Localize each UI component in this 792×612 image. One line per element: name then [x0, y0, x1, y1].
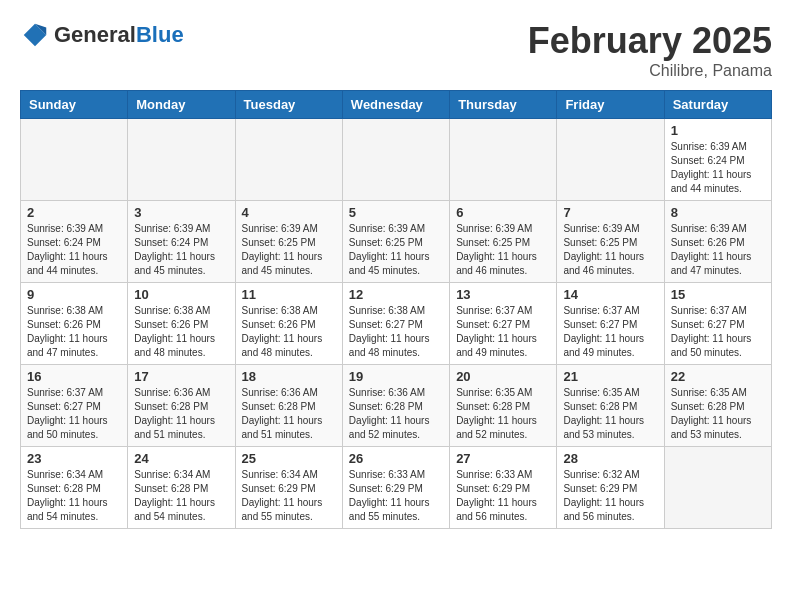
calendar-day-cell: 27Sunrise: 6:33 AM Sunset: 6:29 PM Dayli… [450, 447, 557, 529]
day-number: 22 [671, 369, 765, 384]
calendar-day-cell: 21Sunrise: 6:35 AM Sunset: 6:28 PM Dayli… [557, 365, 664, 447]
calendar-day-cell [128, 119, 235, 201]
day-info: Sunrise: 6:35 AM Sunset: 6:28 PM Dayligh… [671, 386, 765, 442]
day-info: Sunrise: 6:34 AM Sunset: 6:28 PM Dayligh… [27, 468, 121, 524]
calendar-day-cell: 7Sunrise: 6:39 AM Sunset: 6:25 PM Daylig… [557, 201, 664, 283]
calendar-week-row: 9Sunrise: 6:38 AM Sunset: 6:26 PM Daylig… [21, 283, 772, 365]
calendar-day-cell: 20Sunrise: 6:35 AM Sunset: 6:28 PM Dayli… [450, 365, 557, 447]
day-number: 1 [671, 123, 765, 138]
calendar-day-cell: 25Sunrise: 6:34 AM Sunset: 6:29 PM Dayli… [235, 447, 342, 529]
day-number: 8 [671, 205, 765, 220]
calendar-day-cell: 17Sunrise: 6:36 AM Sunset: 6:28 PM Dayli… [128, 365, 235, 447]
calendar-day-cell: 5Sunrise: 6:39 AM Sunset: 6:25 PM Daylig… [342, 201, 449, 283]
day-number: 4 [242, 205, 336, 220]
day-info: Sunrise: 6:37 AM Sunset: 6:27 PM Dayligh… [563, 304, 657, 360]
day-number: 12 [349, 287, 443, 302]
calendar-day-cell: 14Sunrise: 6:37 AM Sunset: 6:27 PM Dayli… [557, 283, 664, 365]
calendar-day-cell: 1Sunrise: 6:39 AM Sunset: 6:24 PM Daylig… [664, 119, 771, 201]
calendar-day-cell: 16Sunrise: 6:37 AM Sunset: 6:27 PM Dayli… [21, 365, 128, 447]
calendar-day-cell: 22Sunrise: 6:35 AM Sunset: 6:28 PM Dayli… [664, 365, 771, 447]
calendar-day-cell: 23Sunrise: 6:34 AM Sunset: 6:28 PM Dayli… [21, 447, 128, 529]
calendar-week-row: 2Sunrise: 6:39 AM Sunset: 6:24 PM Daylig… [21, 201, 772, 283]
day-number: 11 [242, 287, 336, 302]
day-number: 23 [27, 451, 121, 466]
day-info: Sunrise: 6:37 AM Sunset: 6:27 PM Dayligh… [456, 304, 550, 360]
day-info: Sunrise: 6:39 AM Sunset: 6:26 PM Dayligh… [671, 222, 765, 278]
day-info: Sunrise: 6:33 AM Sunset: 6:29 PM Dayligh… [456, 468, 550, 524]
calendar-day-cell: 18Sunrise: 6:36 AM Sunset: 6:28 PM Dayli… [235, 365, 342, 447]
title-section: February 2025 Chilibre, Panama [528, 20, 772, 80]
day-number: 27 [456, 451, 550, 466]
day-info: Sunrise: 6:39 AM Sunset: 6:25 PM Dayligh… [456, 222, 550, 278]
day-number: 9 [27, 287, 121, 302]
day-info: Sunrise: 6:38 AM Sunset: 6:27 PM Dayligh… [349, 304, 443, 360]
day-info: Sunrise: 6:39 AM Sunset: 6:25 PM Dayligh… [242, 222, 336, 278]
calendar-day-cell [664, 447, 771, 529]
day-number: 14 [563, 287, 657, 302]
day-info: Sunrise: 6:38 AM Sunset: 6:26 PM Dayligh… [27, 304, 121, 360]
day-header-friday: Friday [557, 91, 664, 119]
day-header-wednesday: Wednesday [342, 91, 449, 119]
day-number: 5 [349, 205, 443, 220]
calendar-day-cell: 10Sunrise: 6:38 AM Sunset: 6:26 PM Dayli… [128, 283, 235, 365]
day-number: 20 [456, 369, 550, 384]
logo-blue: Blue [136, 22, 184, 47]
day-number: 7 [563, 205, 657, 220]
calendar-table: SundayMondayTuesdayWednesdayThursdayFrid… [20, 90, 772, 529]
day-number: 24 [134, 451, 228, 466]
calendar-day-cell: 4Sunrise: 6:39 AM Sunset: 6:25 PM Daylig… [235, 201, 342, 283]
calendar-week-row: 23Sunrise: 6:34 AM Sunset: 6:28 PM Dayli… [21, 447, 772, 529]
day-info: Sunrise: 6:37 AM Sunset: 6:27 PM Dayligh… [671, 304, 765, 360]
day-number: 6 [456, 205, 550, 220]
calendar-day-cell: 28Sunrise: 6:32 AM Sunset: 6:29 PM Dayli… [557, 447, 664, 529]
calendar-week-row: 16Sunrise: 6:37 AM Sunset: 6:27 PM Dayli… [21, 365, 772, 447]
day-info: Sunrise: 6:34 AM Sunset: 6:28 PM Dayligh… [134, 468, 228, 524]
day-number: 25 [242, 451, 336, 466]
day-number: 3 [134, 205, 228, 220]
day-info: Sunrise: 6:34 AM Sunset: 6:29 PM Dayligh… [242, 468, 336, 524]
calendar-day-cell [342, 119, 449, 201]
day-header-sunday: Sunday [21, 91, 128, 119]
day-info: Sunrise: 6:35 AM Sunset: 6:28 PM Dayligh… [456, 386, 550, 442]
day-header-monday: Monday [128, 91, 235, 119]
day-number: 19 [349, 369, 443, 384]
logo-general: General [54, 22, 136, 47]
day-info: Sunrise: 6:36 AM Sunset: 6:28 PM Dayligh… [242, 386, 336, 442]
day-number: 21 [563, 369, 657, 384]
subtitle: Chilibre, Panama [528, 62, 772, 80]
day-info: Sunrise: 6:36 AM Sunset: 6:28 PM Dayligh… [134, 386, 228, 442]
day-info: Sunrise: 6:33 AM Sunset: 6:29 PM Dayligh… [349, 468, 443, 524]
calendar-week-row: 1Sunrise: 6:39 AM Sunset: 6:24 PM Daylig… [21, 119, 772, 201]
calendar-day-cell: 2Sunrise: 6:39 AM Sunset: 6:24 PM Daylig… [21, 201, 128, 283]
day-number: 10 [134, 287, 228, 302]
calendar-day-cell: 24Sunrise: 6:34 AM Sunset: 6:28 PM Dayli… [128, 447, 235, 529]
month-title: February 2025 [528, 20, 772, 62]
day-info: Sunrise: 6:35 AM Sunset: 6:28 PM Dayligh… [563, 386, 657, 442]
calendar-day-cell [450, 119, 557, 201]
day-info: Sunrise: 6:39 AM Sunset: 6:25 PM Dayligh… [349, 222, 443, 278]
calendar-day-cell: 6Sunrise: 6:39 AM Sunset: 6:25 PM Daylig… [450, 201, 557, 283]
logo-icon [20, 20, 50, 50]
calendar-day-cell: 26Sunrise: 6:33 AM Sunset: 6:29 PM Dayli… [342, 447, 449, 529]
calendar-header-row: SundayMondayTuesdayWednesdayThursdayFrid… [21, 91, 772, 119]
day-info: Sunrise: 6:37 AM Sunset: 6:27 PM Dayligh… [27, 386, 121, 442]
calendar-day-cell: 11Sunrise: 6:38 AM Sunset: 6:26 PM Dayli… [235, 283, 342, 365]
day-number: 13 [456, 287, 550, 302]
calendar-day-cell: 9Sunrise: 6:38 AM Sunset: 6:26 PM Daylig… [21, 283, 128, 365]
day-info: Sunrise: 6:39 AM Sunset: 6:25 PM Dayligh… [563, 222, 657, 278]
calendar-day-cell: 19Sunrise: 6:36 AM Sunset: 6:28 PM Dayli… [342, 365, 449, 447]
day-info: Sunrise: 6:38 AM Sunset: 6:26 PM Dayligh… [134, 304, 228, 360]
day-number: 26 [349, 451, 443, 466]
day-info: Sunrise: 6:36 AM Sunset: 6:28 PM Dayligh… [349, 386, 443, 442]
day-info: Sunrise: 6:39 AM Sunset: 6:24 PM Dayligh… [671, 140, 765, 196]
calendar-day-cell [235, 119, 342, 201]
calendar-day-cell [557, 119, 664, 201]
header: GeneralBlue February 2025 Chilibre, Pana… [20, 20, 772, 80]
day-info: Sunrise: 6:39 AM Sunset: 6:24 PM Dayligh… [27, 222, 121, 278]
day-header-thursday: Thursday [450, 91, 557, 119]
day-number: 2 [27, 205, 121, 220]
calendar-day-cell: 8Sunrise: 6:39 AM Sunset: 6:26 PM Daylig… [664, 201, 771, 283]
day-number: 18 [242, 369, 336, 384]
calendar-day-cell: 13Sunrise: 6:37 AM Sunset: 6:27 PM Dayli… [450, 283, 557, 365]
day-header-tuesday: Tuesday [235, 91, 342, 119]
